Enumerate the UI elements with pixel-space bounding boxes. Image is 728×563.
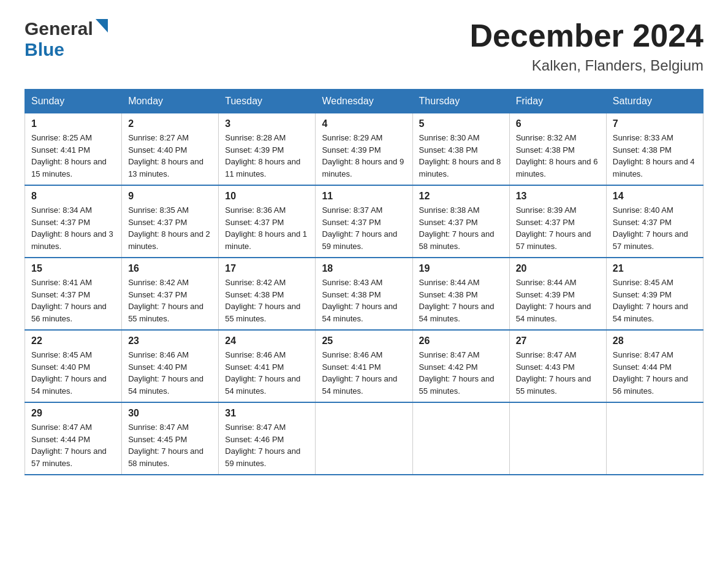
day-number: 27 — [516, 335, 600, 347]
table-row: 14 Sunrise: 8:40 AM Sunset: 4:37 PM Dayl… — [606, 185, 703, 258]
table-row — [412, 402, 509, 475]
day-info: Sunrise: 8:46 AM Sunset: 4:41 PM Dayligh… — [322, 349, 406, 397]
day-number: 3 — [225, 118, 309, 129]
page-header: General Blue December 2024 Kalken, Fland… — [25, 18, 703, 74]
table-row: 31 Sunrise: 8:47 AM Sunset: 4:46 PM Dayl… — [219, 402, 316, 475]
table-row: 1 Sunrise: 8:25 AM Sunset: 4:41 PM Dayli… — [25, 113, 122, 186]
day-number: 24 — [225, 335, 309, 347]
table-row: 13 Sunrise: 8:39 AM Sunset: 4:37 PM Dayl… — [509, 185, 606, 258]
day-info: Sunrise: 8:42 AM Sunset: 4:37 PM Dayligh… — [128, 277, 212, 324]
col-wednesday: Wednesday — [316, 90, 412, 113]
day-info: Sunrise: 8:34 AM Sunset: 4:37 PM Dayligh… — [31, 204, 115, 252]
day-info: Sunrise: 8:30 AM Sunset: 4:38 PM Dayligh… — [419, 132, 503, 180]
day-info: Sunrise: 8:45 AM Sunset: 4:39 PM Dayligh… — [613, 277, 697, 324]
day-number: 1 — [31, 118, 115, 129]
month-year-title: December 2024 — [469, 18, 703, 53]
day-number: 25 — [322, 335, 406, 347]
table-row: 27 Sunrise: 8:47 AM Sunset: 4:43 PM Dayl… — [509, 330, 606, 402]
day-number: 20 — [516, 263, 600, 274]
location-subtitle: Kalken, Flanders, Belgium — [469, 57, 703, 74]
day-info: Sunrise: 8:44 AM Sunset: 4:39 PM Dayligh… — [516, 277, 600, 324]
day-info: Sunrise: 8:47 AM Sunset: 4:45 PM Dayligh… — [128, 421, 212, 469]
table-row: 4 Sunrise: 8:29 AM Sunset: 4:39 PM Dayli… — [316, 113, 412, 186]
day-number: 8 — [31, 191, 115, 202]
table-row: 6 Sunrise: 8:32 AM Sunset: 4:38 PM Dayli… — [509, 113, 606, 186]
table-row: 3 Sunrise: 8:28 AM Sunset: 4:39 PM Dayli… — [219, 113, 316, 186]
table-row: 29 Sunrise: 8:47 AM Sunset: 4:44 PM Dayl… — [25, 402, 122, 475]
col-saturday: Saturday — [606, 90, 703, 113]
col-tuesday: Tuesday — [219, 90, 316, 113]
table-row: 25 Sunrise: 8:46 AM Sunset: 4:41 PM Dayl… — [316, 330, 412, 402]
table-row: 12 Sunrise: 8:38 AM Sunset: 4:37 PM Dayl… — [412, 185, 509, 258]
day-info: Sunrise: 8:45 AM Sunset: 4:40 PM Dayligh… — [31, 349, 115, 397]
day-info: Sunrise: 8:33 AM Sunset: 4:38 PM Dayligh… — [613, 132, 697, 180]
day-number: 18 — [322, 263, 406, 274]
day-number: 29 — [31, 408, 115, 419]
table-row: 5 Sunrise: 8:30 AM Sunset: 4:38 PM Dayli… — [412, 113, 509, 186]
table-row: 16 Sunrise: 8:42 AM Sunset: 4:37 PM Dayl… — [122, 258, 219, 330]
day-number: 10 — [225, 191, 309, 202]
logo-general: General — [25, 18, 93, 39]
day-number: 30 — [128, 408, 212, 419]
day-number: 21 — [613, 263, 697, 274]
calendar-header-row: Sunday Monday Tuesday Wednesday Thursday… — [25, 90, 703, 113]
day-info: Sunrise: 8:27 AM Sunset: 4:40 PM Dayligh… — [128, 132, 212, 180]
day-number: 16 — [128, 263, 212, 274]
table-row: 8 Sunrise: 8:34 AM Sunset: 4:37 PM Dayli… — [25, 185, 122, 258]
logo-blue: Blue — [25, 39, 64, 59]
table-row — [316, 402, 412, 475]
day-number: 14 — [613, 191, 697, 202]
day-info: Sunrise: 8:32 AM Sunset: 4:38 PM Dayligh… — [516, 132, 600, 180]
calendar-week-row: 29 Sunrise: 8:47 AM Sunset: 4:44 PM Dayl… — [25, 402, 703, 475]
col-monday: Monday — [122, 90, 219, 113]
day-info: Sunrise: 8:37 AM Sunset: 4:37 PM Dayligh… — [322, 204, 406, 252]
day-info: Sunrise: 8:47 AM Sunset: 4:44 PM Dayligh… — [31, 421, 115, 469]
day-number: 22 — [31, 335, 115, 347]
logo: General Blue — [25, 18, 108, 60]
table-row: 23 Sunrise: 8:46 AM Sunset: 4:40 PM Dayl… — [122, 330, 219, 402]
table-row — [606, 402, 703, 475]
col-thursday: Thursday — [412, 90, 509, 113]
table-row: 18 Sunrise: 8:43 AM Sunset: 4:38 PM Dayl… — [316, 258, 412, 330]
day-info: Sunrise: 8:47 AM Sunset: 4:42 PM Dayligh… — [419, 349, 503, 397]
calendar-table: Sunday Monday Tuesday Wednesday Thursday… — [25, 89, 703, 475]
day-number: 9 — [128, 191, 212, 202]
day-number: 13 — [516, 191, 600, 202]
table-row: 28 Sunrise: 8:47 AM Sunset: 4:44 PM Dayl… — [606, 330, 703, 402]
calendar-week-row: 1 Sunrise: 8:25 AM Sunset: 4:41 PM Dayli… — [25, 113, 703, 186]
day-info: Sunrise: 8:44 AM Sunset: 4:38 PM Dayligh… — [419, 277, 503, 324]
table-row: 7 Sunrise: 8:33 AM Sunset: 4:38 PM Dayli… — [606, 113, 703, 186]
day-info: Sunrise: 8:41 AM Sunset: 4:37 PM Dayligh… — [31, 277, 115, 324]
table-row: 20 Sunrise: 8:44 AM Sunset: 4:39 PM Dayl… — [509, 258, 606, 330]
svg-marker-0 — [96, 19, 108, 33]
table-row: 24 Sunrise: 8:46 AM Sunset: 4:41 PM Dayl… — [219, 330, 316, 402]
table-row: 17 Sunrise: 8:42 AM Sunset: 4:38 PM Dayl… — [219, 258, 316, 330]
day-info: Sunrise: 8:46 AM Sunset: 4:40 PM Dayligh… — [128, 349, 212, 397]
table-row: 21 Sunrise: 8:45 AM Sunset: 4:39 PM Dayl… — [606, 258, 703, 330]
col-sunday: Sunday — [25, 90, 122, 113]
calendar-week-row: 22 Sunrise: 8:45 AM Sunset: 4:40 PM Dayl… — [25, 330, 703, 402]
day-info: Sunrise: 8:38 AM Sunset: 4:37 PM Dayligh… — [419, 204, 503, 252]
table-row: 22 Sunrise: 8:45 AM Sunset: 4:40 PM Dayl… — [25, 330, 122, 402]
day-number: 4 — [322, 118, 406, 129]
day-number: 5 — [419, 118, 503, 129]
day-info: Sunrise: 8:36 AM Sunset: 4:37 PM Dayligh… — [225, 204, 309, 252]
day-info: Sunrise: 8:25 AM Sunset: 4:41 PM Dayligh… — [31, 132, 115, 180]
day-info: Sunrise: 8:46 AM Sunset: 4:41 PM Dayligh… — [225, 349, 309, 397]
day-info: Sunrise: 8:40 AM Sunset: 4:37 PM Dayligh… — [613, 204, 697, 252]
day-info: Sunrise: 8:39 AM Sunset: 4:37 PM Dayligh… — [516, 204, 600, 252]
day-number: 11 — [322, 191, 406, 202]
day-number: 26 — [419, 335, 503, 347]
day-number: 12 — [419, 191, 503, 202]
table-row: 10 Sunrise: 8:36 AM Sunset: 4:37 PM Dayl… — [219, 185, 316, 258]
table-row: 15 Sunrise: 8:41 AM Sunset: 4:37 PM Dayl… — [25, 258, 122, 330]
day-number: 2 — [128, 118, 212, 129]
day-number: 23 — [128, 335, 212, 347]
calendar-week-row: 15 Sunrise: 8:41 AM Sunset: 4:37 PM Dayl… — [25, 258, 703, 330]
day-info: Sunrise: 8:42 AM Sunset: 4:38 PM Dayligh… — [225, 277, 309, 324]
col-friday: Friday — [509, 90, 606, 113]
day-number: 17 — [225, 263, 309, 274]
table-row: 9 Sunrise: 8:35 AM Sunset: 4:37 PM Dayli… — [122, 185, 219, 258]
day-info: Sunrise: 8:47 AM Sunset: 4:44 PM Dayligh… — [613, 349, 697, 397]
day-info: Sunrise: 8:28 AM Sunset: 4:39 PM Dayligh… — [225, 132, 309, 180]
